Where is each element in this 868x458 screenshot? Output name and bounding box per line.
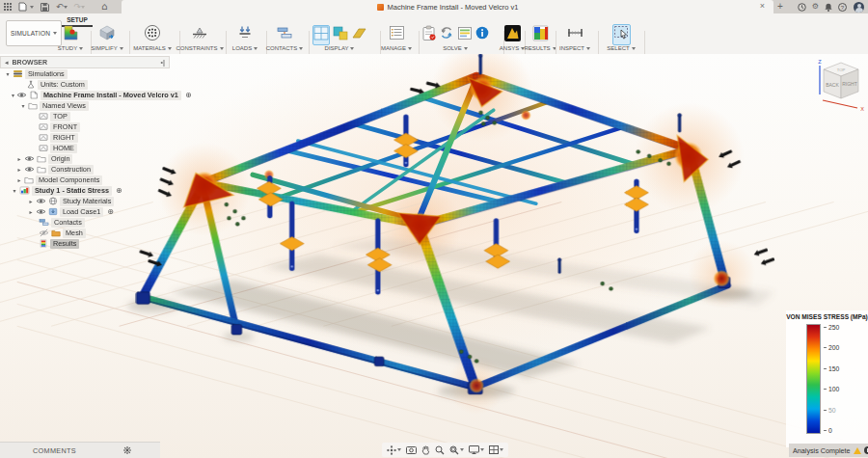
group-contacts[interactable]: CONTACTS — [262, 26, 307, 51]
legend-tick: 250 — [824, 324, 839, 331]
tree-item-contacts[interactable]: Contacts — [0, 217, 170, 228]
group-materials[interactable]: MATERIALS — [127, 26, 177, 51]
constraints-icon[interactable] — [190, 24, 209, 45]
zoom-icon[interactable] — [435, 445, 445, 455]
tree-item-construction[interactable]: ▸Construction — [0, 164, 170, 175]
add-badge-icon[interactable]: ⊕ — [116, 186, 122, 195]
add-badge-icon[interactable]: ⊕ — [185, 91, 192, 99]
chevron-right-icon[interactable]: ▸ — [16, 176, 22, 183]
group-study[interactable]: STUDY — [51, 26, 90, 51]
viewports-icon[interactable] — [489, 445, 503, 454]
orbit-icon[interactable] — [387, 445, 401, 455]
chevron-down-icon[interactable]: ▾ — [12, 92, 14, 98]
job-progress-icon[interactable] — [864, 446, 868, 454]
results-icon[interactable] — [532, 25, 549, 45]
tree-item-view-home[interactable]: HOME — [0, 143, 170, 153]
manage-icon[interactable] — [389, 25, 405, 44]
group-constraints[interactable]: CONSTRAINTS — [173, 26, 227, 51]
browser-panel: ◂ BROWSER •| ▾Simulations Units: Custom … — [0, 56, 170, 249]
axis-z-label: Z — [818, 59, 822, 65]
chevron-down-icon[interactable]: ▾ — [20, 102, 26, 109]
ribbon-toolbar: SIMULATION SETUP STUDY SIMPLIFY MATERIAL… — [0, 13, 868, 55]
display-settings-icon[interactable] — [469, 445, 484, 454]
tree-item-load-case[interactable]: ▸Load Case1⊕ — [0, 206, 170, 217]
tree-item-model-components[interactable]: ▸Model Components — [0, 175, 170, 185]
select-icon[interactable] — [612, 24, 631, 45]
group-solve[interactable]: SOLVE — [411, 26, 500, 51]
panel-options-icon[interactable]: •| — [161, 59, 165, 66]
navigation-bar — [382, 443, 508, 457]
solve-local-icon[interactable] — [421, 25, 436, 45]
ansys-icon[interactable] — [504, 25, 521, 45]
loads-icon[interactable] — [236, 24, 254, 45]
new-tab-icon[interactable]: + — [777, 1, 783, 12]
group-display[interactable]: DISPLAY — [303, 26, 376, 51]
chevron-down-icon[interactable]: ▾ — [5, 70, 11, 77]
cube-back-label: BACK — [826, 82, 839, 88]
viewport-canvas[interactable]: ◂ BROWSER •| ▾Simulations Units: Custom … — [0, 54, 868, 458]
chevron-down-icon[interactable]: ▾ — [12, 187, 17, 194]
display-plate-icon[interactable] — [351, 25, 367, 44]
pan-icon[interactable] — [421, 445, 430, 455]
tree-item-units[interactable]: Units: Custom — [0, 79, 170, 90]
home-icon[interactable]: ⌂ — [101, 2, 107, 12]
tree-item-view-right[interactable]: RIGHT — [0, 132, 170, 143]
workspace-label: SIMULATION — [11, 30, 50, 37]
tree-item-mesh[interactable]: Mesh — [0, 228, 170, 238]
legend-tick: 150 — [824, 365, 839, 372]
redo-icon[interactable]: ↷ — [74, 2, 86, 12]
collapse-panel-icon[interactable]: ◂ — [5, 58, 9, 67]
view-cube[interactable]: Z X TOP BACK RIGHT — [815, 58, 868, 116]
settings-gear-icon[interactable]: ⚙ — [812, 2, 819, 12]
save-icon[interactable] — [41, 3, 49, 12]
chevron-right-icon[interactable]: ▸ — [16, 155, 22, 162]
warning-icon[interactable] — [854, 447, 861, 454]
tree-item-simulations[interactable]: ▾Simulations — [0, 68, 170, 79]
display-panes-icon[interactable] — [312, 25, 330, 45]
tree-item-results[interactable]: Results — [0, 238, 170, 249]
fit-icon[interactable] — [449, 445, 464, 455]
comments-label: COMMENTS — [33, 446, 76, 455]
info-icon[interactable] — [475, 26, 489, 43]
account-avatar[interactable] — [854, 2, 864, 13]
comments-settings-icon[interactable] — [123, 446, 131, 456]
simplify-icon[interactable] — [98, 24, 116, 45]
tree-item-origin[interactable]: ▸Origin — [0, 153, 170, 164]
document-tab[interactable]: Machine Frame Install - Moved Velcro v1 … — [122, 0, 773, 13]
browser-title: BROWSER — [13, 59, 48, 66]
title-bar: ↶ ↷ ⌂ Machine Frame Install - Moved Velc… — [0, 0, 868, 13]
materials-icon[interactable] — [144, 24, 161, 45]
group-results[interactable]: RESULTS — [522, 26, 558, 51]
analysis-status-pill[interactable]: Analysis Complete — [789, 444, 868, 457]
solve-refresh-icon[interactable] — [439, 25, 454, 44]
look-at-icon[interactable] — [406, 445, 417, 454]
axis-x-label: X — [860, 106, 864, 112]
chevron-right-icon[interactable]: ▸ — [28, 208, 34, 215]
study-icon[interactable] — [62, 24, 79, 45]
comments-bar[interactable]: COMMENTS — [0, 442, 160, 458]
add-badge-icon[interactable]: ⊕ — [107, 207, 114, 216]
tree-item-study1[interactable]: ▾Study 1 - Static Stress⊕ — [0, 185, 170, 196]
legend-ticks: 250 200 150 100 50 0 — [824, 324, 839, 434]
close-tab-icon[interactable]: × — [760, 1, 765, 11]
group-select[interactable]: SELECT — [604, 26, 638, 51]
tree-item-model-root[interactable]: ▾Machine Frame Install - Moved Velcro v1… — [0, 90, 170, 100]
group-inspect[interactable]: INSPECT — [557, 26, 592, 51]
tree-item-view-top[interactable]: TOP — [0, 111, 170, 121]
app-grid-icon[interactable] — [4, 3, 12, 11]
tree-item-named-views[interactable]: ▾Named Views — [0, 100, 170, 111]
solve-details-icon[interactable] — [457, 26, 473, 44]
file-menu-icon[interactable] — [18, 2, 34, 12]
group-simplify[interactable]: SIMPLIFY — [86, 26, 128, 51]
undo-icon[interactable]: ↶ — [56, 2, 68, 12]
chevron-right-icon[interactable]: ▸ — [28, 198, 34, 204]
tree-item-study-materials[interactable]: ▸Study Materials — [0, 196, 170, 206]
chevron-right-icon[interactable]: ▸ — [16, 166, 22, 173]
display-style-icon[interactable] — [333, 25, 348, 44]
group-loads[interactable]: LOADS — [226, 26, 264, 51]
legend-title: VON MISES STRESS (MPa) — [786, 310, 868, 320]
tree-item-view-front[interactable]: FRONT — [0, 121, 170, 132]
browser-header[interactable]: ◂ BROWSER •| — [0, 56, 170, 68]
inspect-icon[interactable] — [566, 26, 584, 43]
contacts-icon[interactable] — [276, 24, 293, 45]
